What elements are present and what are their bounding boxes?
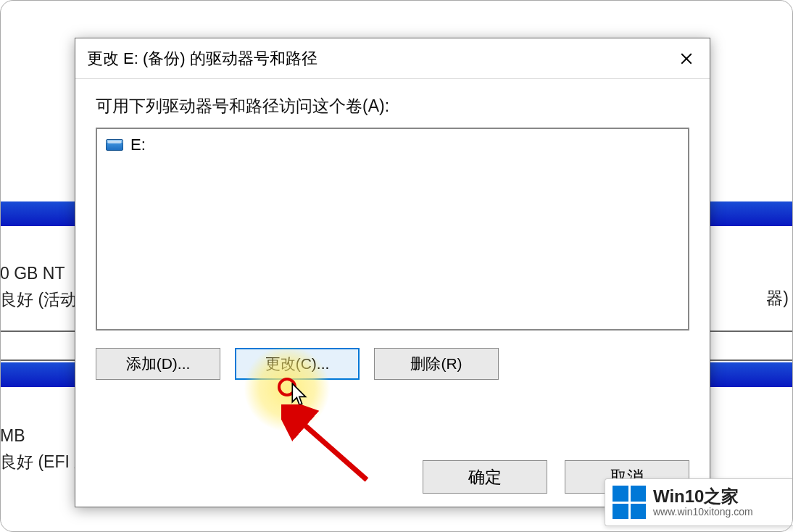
list-item-label: E: bbox=[130, 136, 146, 154]
bg-text-efi-1: MB bbox=[0, 426, 25, 446]
dialog-footer: 确定 取消 bbox=[96, 437, 689, 494]
action-buttons-row: 添加(D)... 更改(C)... 删除(R) bbox=[96, 348, 689, 380]
close-icon bbox=[680, 52, 693, 65]
watermark-url: www.win10xitong.com bbox=[653, 507, 753, 518]
dialog-body: 可用下列驱动器号和路径访问这个卷(A): E: 添加(D)... 更改(C)..… bbox=[75, 79, 710, 507]
windows-logo-icon bbox=[613, 486, 646, 519]
add-button[interactable]: 添加(D)... bbox=[96, 348, 220, 380]
watermark-text: Win10之家 www.win10xitong.com bbox=[653, 487, 753, 518]
watermark-title: Win10之家 bbox=[653, 487, 753, 506]
close-button[interactable] bbox=[663, 38, 710, 78]
bg-text-right: 器) bbox=[766, 287, 789, 309]
titlebar: 更改 E: (备份) 的驱动器号和路径 bbox=[75, 38, 710, 79]
change-drive-letter-dialog: 更改 E: (备份) 的驱动器号和路径 可用下列驱动器号和路径访问这个卷(A):… bbox=[75, 38, 710, 507]
remove-button[interactable]: 删除(R) bbox=[374, 348, 499, 380]
prompt-label: 可用下列驱动器号和路径访问这个卷(A): bbox=[96, 95, 689, 117]
drive-paths-listbox[interactable]: E: bbox=[96, 128, 689, 331]
change-button[interactable]: 更改(C)... bbox=[235, 348, 360, 380]
drive-icon bbox=[106, 139, 123, 151]
bg-text-left-1: 0 GB NT bbox=[0, 264, 65, 283]
bg-text-left-2: 良好 (活动 bbox=[0, 288, 77, 311]
watermark: Win10之家 www.win10xitong.com bbox=[605, 478, 793, 526]
ok-button[interactable]: 确定 bbox=[423, 460, 547, 494]
list-item[interactable]: E: bbox=[106, 136, 679, 154]
dialog-title: 更改 E: (备份) 的驱动器号和路径 bbox=[87, 48, 317, 70]
